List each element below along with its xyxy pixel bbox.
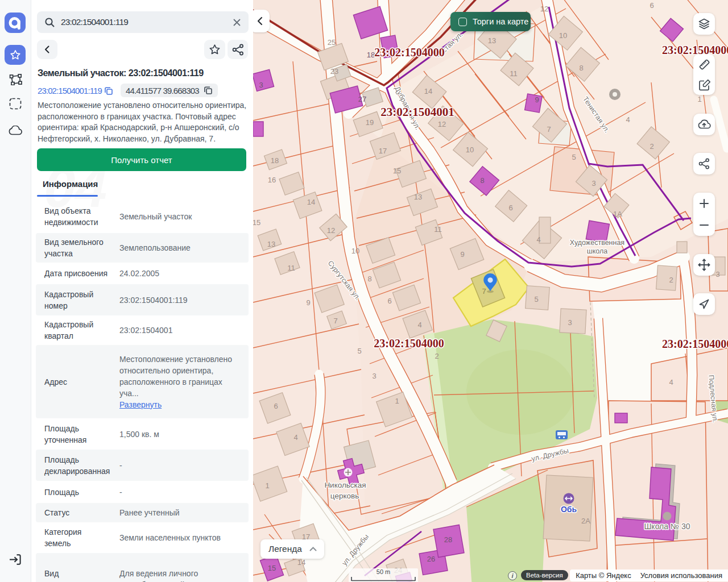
svg-text:2А: 2А — [581, 517, 590, 525]
svg-text:14: 14 — [307, 198, 315, 206]
svg-text:7: 7 — [333, 317, 337, 325]
svg-text:23:02:1504000: 23:02:1504000 — [374, 337, 444, 350]
svg-text:7: 7 — [547, 125, 551, 134]
svg-text:1: 1 — [697, 95, 701, 103]
svg-text:19: 19 — [366, 118, 374, 127]
svg-text:27: 27 — [358, 95, 366, 103]
svg-text:23:02:1504000: 23:02:1504000 — [374, 46, 444, 59]
svg-text:11: 11 — [434, 225, 442, 234]
svg-text:2: 2 — [669, 276, 673, 284]
svg-text:14: 14 — [424, 87, 432, 95]
svg-text:6: 6 — [274, 402, 278, 410]
svg-text:8: 8 — [367, 275, 371, 283]
svg-text:Никольская: Никольская — [324, 481, 366, 489]
svg-text:15: 15 — [268, 564, 276, 572]
svg-text:3: 3 — [259, 81, 263, 89]
svg-text:18: 18 — [271, 156, 279, 165]
svg-text:2: 2 — [435, 352, 439, 360]
svg-text:4: 4 — [669, 378, 673, 386]
svg-text:7: 7 — [482, 287, 486, 296]
svg-text:3: 3 — [592, 179, 595, 188]
svg-text:3: 3 — [372, 372, 376, 380]
svg-text:3: 3 — [715, 270, 719, 278]
svg-text:13: 13 — [488, 36, 496, 45]
svg-text:28: 28 — [444, 535, 452, 544]
svg-text:23:02:1504001: 23:02:1504001 — [380, 105, 454, 119]
svg-text:10: 10 — [466, 146, 474, 154]
svg-text:16: 16 — [268, 176, 276, 184]
svg-text:1: 1 — [265, 481, 269, 490]
svg-text:церковь: церковь — [330, 492, 359, 500]
svg-text:Школа № 30: Школа № 30 — [644, 522, 690, 531]
svg-text:18: 18 — [367, 51, 375, 59]
svg-text:15: 15 — [253, 218, 260, 227]
svg-text:11: 11 — [287, 264, 295, 272]
svg-text:4: 4 — [417, 321, 421, 329]
svg-text:6: 6 — [650, 1, 653, 10]
svg-text:5: 5 — [357, 347, 361, 355]
svg-text:2: 2 — [650, 142, 653, 151]
svg-text:4: 4 — [626, 115, 630, 124]
svg-text:10: 10 — [351, 247, 359, 255]
svg-text:11: 11 — [510, 69, 518, 78]
svg-text:4: 4 — [536, 235, 540, 244]
svg-text:15: 15 — [393, 167, 401, 175]
svg-text:8: 8 — [480, 176, 484, 185]
svg-text:9: 9 — [306, 298, 310, 307]
svg-text:6: 6 — [508, 203, 512, 212]
svg-text:12: 12 — [327, 226, 335, 235]
svg-text:5: 5 — [572, 153, 576, 161]
svg-text:1: 1 — [395, 397, 399, 405]
svg-text:26: 26 — [427, 555, 435, 563]
svg-text:Обь: Обь — [561, 505, 577, 514]
svg-text:10: 10 — [559, 31, 567, 40]
svg-text:9: 9 — [460, 250, 464, 259]
svg-text:6: 6 — [387, 297, 391, 305]
svg-text:Художественная: Художественная — [570, 239, 624, 247]
svg-text:23: 23 — [330, 67, 338, 76]
svg-text:23:02:1504000: 23:02:1504000 — [662, 44, 728, 56]
svg-text:12: 12 — [540, 5, 548, 13]
svg-text:3: 3 — [568, 318, 572, 327]
svg-text:23:02:1504000: 23:02:1504000 — [662, 338, 728, 350]
svg-text:12: 12 — [438, 120, 446, 128]
svg-text:9: 9 — [535, 95, 539, 104]
svg-text:14: 14 — [297, 558, 305, 567]
svg-text:25: 25 — [328, 38, 336, 47]
svg-text:школа: школа — [587, 247, 608, 255]
svg-text:4: 4 — [293, 433, 297, 442]
svg-text:8: 8 — [579, 64, 583, 72]
svg-text:13: 13 — [267, 240, 275, 248]
svg-text:5: 5 — [534, 295, 538, 304]
svg-text:17: 17 — [379, 147, 387, 155]
svg-text:13: 13 — [414, 193, 422, 201]
svg-text:1А: 1А — [613, 210, 622, 218]
